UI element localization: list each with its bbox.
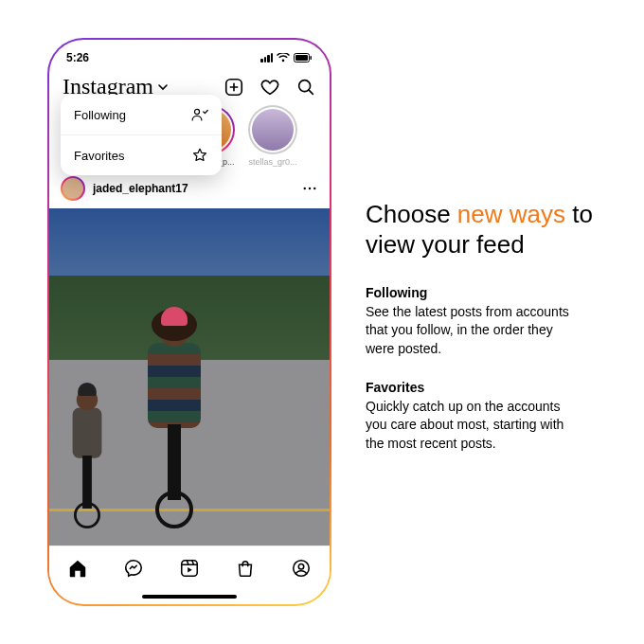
wifi-icon (277, 53, 290, 63)
menu-item-label: Favorites (74, 149, 124, 163)
svg-point-7 (309, 188, 311, 189)
home-indicator (49, 589, 330, 604)
headline-accent: new ways (457, 200, 565, 228)
svg-point-8 (313, 188, 315, 189)
menu-item-favorites[interactable]: Favorites (61, 135, 222, 175)
marketing-copy: Choose new ways to view your feed Follow… (366, 170, 616, 474)
svg-rect-9 (182, 560, 198, 576)
bottom-tab-bar (49, 546, 330, 589)
post-author-username: jaded_elephant17 (93, 182, 188, 195)
section-body-favorites: Quickly catch up on the accounts you car… (366, 398, 583, 454)
svg-point-11 (299, 564, 305, 569)
section-title-favorites: Favorites (366, 380, 616, 395)
phone-frame: 5:26 Instagram (47, 38, 331, 606)
menu-item-following[interactable]: Following (61, 95, 222, 135)
status-time: 5:26 (66, 51, 89, 64)
cellular-icon (260, 53, 273, 63)
tab-profile-icon[interactable] (291, 558, 312, 579)
menu-item-label: Following (74, 108, 126, 122)
headline: Choose new ways to view your feed (366, 199, 616, 260)
svg-rect-1 (295, 55, 308, 61)
story-item[interactable]: stellas_gr0... (246, 105, 299, 167)
post-more-icon[interactable] (301, 180, 318, 197)
section-title-following: Following (366, 285, 616, 300)
post-author-avatar (61, 176, 85, 201)
tab-shop-icon[interactable] (235, 558, 256, 579)
headline-text: Choose (366, 200, 457, 228)
new-post-icon[interactable] (224, 77, 244, 98)
battery-icon (294, 53, 313, 63)
svg-rect-2 (311, 56, 313, 60)
svg-point-5 (194, 109, 199, 114)
search-icon[interactable] (295, 77, 316, 98)
story-label: stellas_gr0... (248, 157, 296, 167)
activity-heart-icon[interactable] (259, 77, 280, 98)
status-bar: 5:26 (49, 45, 330, 70)
tab-home-icon[interactable] (67, 558, 88, 579)
following-people-icon (191, 106, 208, 123)
tab-reels-icon[interactable] (179, 558, 200, 579)
tab-messenger-icon[interactable] (123, 558, 144, 579)
post-author[interactable]: jaded_elephant17 (61, 176, 188, 201)
star-icon (191, 147, 208, 164)
feed-switcher-menu: Following Favorites (61, 95, 222, 175)
section-body-following: See the latest posts from accounts that … (366, 303, 583, 359)
post-image[interactable] (49, 208, 330, 546)
svg-point-6 (304, 188, 306, 189)
chevron-down-icon (157, 81, 169, 93)
